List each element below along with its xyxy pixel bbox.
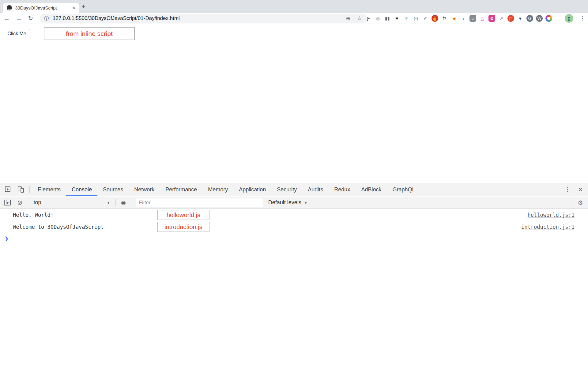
blocks-arrow-icon[interactable]: ↗ [498, 15, 505, 22]
red-o-icon[interactable]: □ [507, 15, 514, 22]
context-selector-value: top [34, 199, 41, 206]
devtools-tab-bar: ➤ Elements Console Sources Network Perfo… [0, 183, 588, 196]
tab-redux[interactable]: Redux [329, 183, 356, 196]
chevron-down-icon: ▼ [304, 201, 307, 205]
browser-window: 30DaysOfJavaScript × + ← → ↻ ⓘ 127.0.0.1… [0, 0, 588, 368]
device-phone-shape [21, 188, 24, 193]
console-message-row: Welcome to 30DaysOfJavaScript introducti… [0, 221, 588, 233]
devtools-tabs: Elements Console Sources Network Perform… [32, 183, 420, 196]
back-button[interactable]: ← [4, 14, 10, 23]
forward-button[interactable]: → [16, 14, 22, 23]
console-sidebar-toggle-icon[interactable]: ▶ [4, 200, 11, 205]
columns-icon[interactable]: ▮▮ [384, 15, 391, 22]
tab-elements[interactable]: Elements [32, 183, 66, 196]
console-toolbar-separator [131, 199, 131, 206]
click-me-button[interactable]: Click Me [4, 29, 30, 38]
toolbar-separator [563, 16, 563, 22]
tab-application[interactable]: Application [233, 183, 271, 196]
tab-security[interactable]: Security [271, 183, 302, 196]
devtools-panel: ➤ Elements Console Sources Network Perfo… [0, 183, 588, 368]
megaphone-icon[interactable]: ◀ [450, 15, 457, 22]
browser-tab[interactable]: 30DaysOfJavaScript × [3, 3, 79, 13]
site-info-icon[interactable]: ⓘ [44, 15, 49, 22]
annotation-box: helloworld.js [157, 210, 209, 220]
console-toolbar-right: ⚙ [572, 199, 588, 206]
clear-console-icon[interactable]: ⊘ [17, 199, 23, 206]
reload-button[interactable]: ↻ [28, 14, 33, 23]
stop-hand-icon[interactable]: ✌ [432, 15, 438, 22]
w-circle-icon[interactable]: W [536, 15, 543, 22]
tab-graphql[interactable]: GraphQL [387, 183, 420, 196]
heart-search-icon[interactable]: ♥ [517, 15, 524, 22]
color-wheel-icon[interactable] [545, 15, 552, 22]
play-icon: ▶ [7, 201, 9, 204]
page-content: Click Me from inline script [0, 24, 588, 183]
tab-memory[interactable]: Memory [202, 183, 233, 196]
tab-title: 30DaysOfJavaScript [15, 5, 72, 10]
camera-icon[interactable]: ○ [469, 15, 476, 22]
inline-script-box: from inline script [44, 27, 135, 40]
console-message-text: Hello, World! [13, 212, 54, 218]
console-source-link[interactable]: helloworld.js:1 [527, 212, 575, 218]
close-tab-icon[interactable]: × [72, 5, 75, 11]
console-prompt[interactable]: ❯ [0, 233, 588, 245]
console-message-row: Hello, World! helloworld.js helloworld.j… [0, 209, 588, 221]
log-levels-dropdown[interactable]: Default levels ▼ [268, 199, 307, 206]
devtools-close-icon[interactable]: × [578, 186, 582, 193]
fontface-ninja-icon[interactable]: Ƒ [365, 15, 372, 22]
context-selector[interactable]: top ▼ [34, 199, 110, 206]
console-toolbar: ▶ ⊘ top ▼ ◉ Default levels ▼ ⚙ [0, 197, 588, 209]
pink-gear-icon[interactable]: ⚙ [488, 15, 495, 22]
inspect-element-icon[interactable]: ➤ [4, 186, 12, 193]
grid-flower-icon[interactable]: ✻ [403, 15, 410, 22]
zoom-icon[interactable]: ⊕ [346, 15, 350, 22]
tab-network[interactable]: Network [129, 183, 160, 196]
prompt-chevron-icon: ❯ [5, 236, 9, 241]
browser-menu-icon[interactable]: ⋮ [580, 15, 585, 21]
console-toolbar-separator [115, 199, 116, 206]
bug-icon[interactable]: ✱ [394, 15, 400, 22]
devtools-separator [29, 186, 30, 193]
function-question-icon[interactable]: f? [441, 15, 448, 22]
filter-input[interactable] [136, 198, 263, 207]
tab-strip: 30DaysOfJavaScript × + [0, 0, 588, 13]
tab-adblock[interactable]: AdBlock [356, 183, 387, 196]
log-levels-label: Default levels [268, 199, 301, 206]
g-circle-icon[interactable]: G [526, 15, 533, 22]
chevron-down-icon: ▼ [107, 201, 110, 205]
url-text[interactable]: 127.0.0.1:5500/30DaysOfJavaScript/01-Day… [53, 15, 346, 21]
emoticon-code-icon[interactable]: (-) [413, 15, 419, 22]
tab-performance[interactable]: Performance [160, 183, 202, 196]
address-bar[interactable]: ⓘ 127.0.0.1:5500/30DaysOfJavaScript/01-D… [40, 14, 367, 23]
browser-toolbar: ← → ↻ ⓘ 127.0.0.1:5500/30DaysOfJavaScrip… [0, 13, 588, 24]
pink-atom-icon[interactable]: △ [479, 15, 486, 22]
console-toolbar-separator [28, 199, 28, 206]
tab-console[interactable]: Console [66, 183, 97, 196]
device-toolbar-icon[interactable] [17, 186, 25, 193]
dial-target-icon[interactable]: ◎ [375, 15, 381, 22]
new-tab-button[interactable]: + [81, 2, 85, 10]
eyedropper-icon[interactable]: ✐ [422, 15, 429, 22]
bookmark-star-icon[interactable]: ☆ [357, 15, 362, 22]
devtools-separator [559, 186, 559, 193]
devtools-menu-icon[interactable]: ⋮ [565, 186, 570, 193]
console-output: Hello, World! helloworld.js helloworld.j… [0, 209, 588, 245]
console-toolbar-separator [572, 199, 572, 206]
console-source-link[interactable]: introduction.js:1 [521, 224, 575, 230]
tab-audits[interactable]: Audits [302, 183, 329, 196]
console-message-text: Welcome to 30DaysOfJavaScript [13, 224, 104, 230]
live-expression-eye-icon[interactable]: ◉ [121, 200, 126, 205]
tab-sources[interactable]: Sources [97, 183, 129, 196]
blue-sphere-icon[interactable]: ◕ [460, 15, 467, 22]
devtools-tabbar-right: ⋮ × [559, 186, 588, 193]
extensions-row: Ƒ ◎ ▮▮ ✱ ✻ (-) ✐ ✌ f? ◀ ◕ ○ △ ⚙ ↗ □ ♥ G … [365, 15, 552, 22]
globe-favicon-icon [7, 5, 12, 10]
annotation-box: introduction.js [157, 222, 209, 232]
settings-gear-icon[interactable]: ⚙ [578, 199, 583, 206]
profile-avatar[interactable]: {} [565, 14, 573, 23]
